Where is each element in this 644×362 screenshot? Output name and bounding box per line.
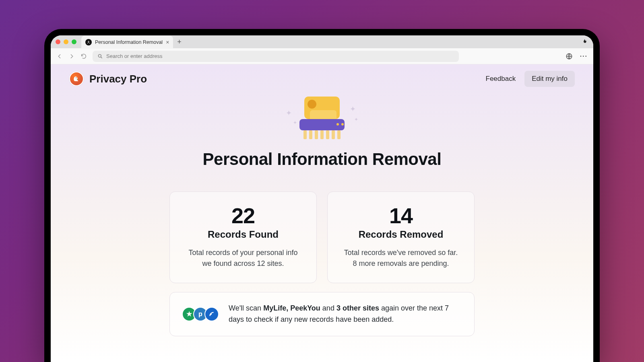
address-placeholder: Search or enter address	[106, 53, 162, 59]
svg-point-1	[98, 54, 101, 57]
browser-tab[interactable]: Personal Information Removal ×	[81, 36, 173, 49]
shield-icon[interactable]	[566, 53, 573, 60]
close-window-button[interactable]	[56, 39, 60, 44]
close-tab-icon[interactable]: ×	[166, 39, 169, 45]
stat-cards: 22 Records Found Total records of your p…	[51, 191, 593, 283]
svg-point-3	[76, 78, 76, 78]
brand: Privacy Pro	[69, 72, 147, 86]
browser-toolbar: Search or enter address ···	[51, 48, 593, 64]
scan-text-segment: We'll scan	[229, 304, 263, 312]
page-header: Privacy Pro Feedback Edit my info	[51, 64, 593, 87]
scan-status-card: ★ p We'll scan MyLife, PeekYou and 3 oth…	[169, 292, 475, 336]
device-frame: Personal Information Removal × + Search …	[44, 29, 600, 362]
page-content: Privacy Pro Feedback Edit my info ✦ ✦ ✦ …	[51, 64, 593, 362]
more-menu-icon[interactable]: ···	[580, 53, 588, 60]
records-found-label: Records Found	[184, 229, 302, 240]
edit-info-button[interactable]: Edit my info	[524, 71, 575, 87]
records-found-card: 22 Records Found Total records of your p…	[169, 191, 317, 283]
tab-favicon-icon	[85, 39, 92, 45]
fire-button-icon[interactable]	[581, 39, 588, 45]
tab-title: Personal Information Removal	[95, 39, 163, 45]
site-logos: ★ p	[182, 307, 219, 321]
reload-button-icon[interactable]	[80, 53, 87, 60]
scan-sites: MyLife, PeekYou	[263, 304, 320, 312]
new-tab-button[interactable]: +	[177, 38, 182, 45]
brand-logo-icon	[69, 72, 84, 86]
maximize-window-button[interactable]	[72, 39, 76, 44]
svg-point-0	[88, 41, 89, 42]
address-bar[interactable]: Search or enter address	[93, 51, 459, 62]
hero: ✦ ✦ ✦ ✦ Personal Information Removal	[51, 97, 593, 169]
records-removed-desc: Total records we've removed so far. 8 mo…	[342, 247, 460, 269]
records-found-value: 22	[184, 203, 302, 228]
scan-text-segment: and	[320, 304, 336, 312]
hero-illustration-icon: ✦ ✦ ✦ ✦	[286, 97, 358, 141]
page-title: Personal Information Removal	[51, 150, 593, 169]
back-button-icon[interactable]	[56, 53, 63, 60]
records-removed-label: Records Removed	[342, 229, 460, 240]
records-removed-value: 14	[342, 203, 460, 228]
brand-title: Privacy Pro	[89, 73, 147, 85]
site-logo-icon	[204, 307, 219, 321]
tab-strip: Personal Information Removal × +	[51, 35, 593, 48]
window-controls	[56, 39, 76, 44]
minimize-window-button[interactable]	[64, 39, 68, 44]
screen: Personal Information Removal × + Search …	[51, 35, 593, 362]
forward-button-icon[interactable]	[68, 53, 75, 60]
records-removed-card: 14 Records Removed Total records we've r…	[327, 191, 475, 283]
scan-status-text: We'll scan MyLife, PeekYou and 3 other s…	[229, 303, 462, 325]
feedback-link[interactable]: Feedback	[486, 75, 516, 83]
search-icon	[97, 53, 103, 59]
scan-other-sites: 3 other sites	[336, 304, 379, 312]
records-found-desc: Total records of your personal info we f…	[184, 247, 302, 269]
